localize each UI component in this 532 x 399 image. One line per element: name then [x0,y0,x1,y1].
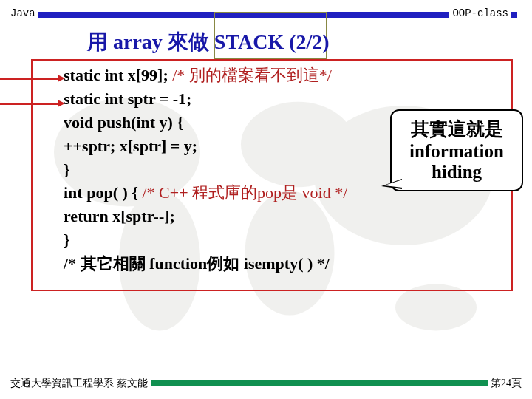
code-line-4: ++sptr; x[sptr] = y; [64,134,347,158]
footer-right: 第24頁 [488,377,525,390]
callout-tail-inner [384,180,403,188]
code-line-2: static int sptr = -1; [64,87,347,111]
header-right: OOP-class [449,7,511,19]
code-line-5: } [64,158,347,182]
arrow-line-2 [0,103,59,105]
code-line-7: return x[sptr--]; [64,205,347,228]
code-line-8: } [64,228,347,252]
code-line-1: static int x[99]; /* 別的檔案看不到這*/ [64,64,347,87]
slide-title: 用 array 來做 STACK (2/2) [87,28,330,56]
code-line-6: int pop( ) { /* C++ 程式庫的pop是 void */ [64,181,347,205]
code-line-9: /* 其它相關 function例如 isempty( ) */ [64,252,347,276]
callout-line-1: 其實這就是 [395,117,519,141]
callout-line-3: hiding [395,162,519,183]
callout-line-2: information [395,141,519,162]
code-block: static int x[99]; /* 別的檔案看不到這*/ static i… [64,64,347,276]
arrow-line-1 [0,78,59,80]
callout-bubble: 其實這就是 information hiding [390,109,523,191]
header-left: Java [7,7,38,19]
footer-left: 交通大學資訊工程學系 蔡文能 [7,377,151,390]
code-line-3: void push(int y) { [64,111,347,134]
bottom-green-bar [124,380,488,386]
